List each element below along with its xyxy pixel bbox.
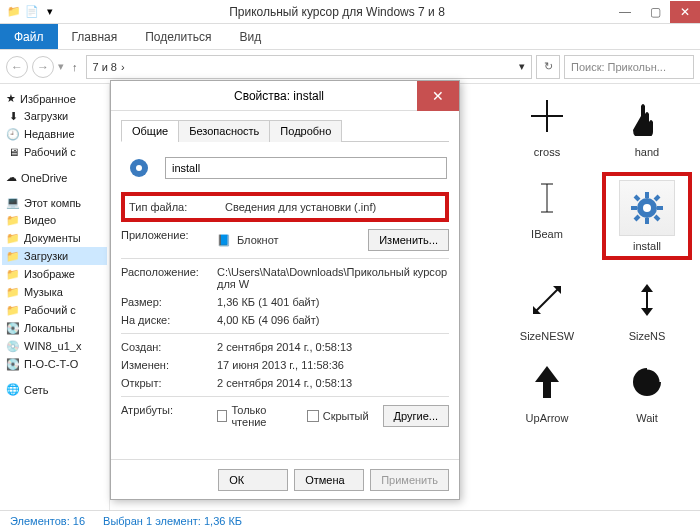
drive-icon: 💿 xyxy=(6,339,20,353)
cloud-icon: ☁ xyxy=(6,171,17,184)
chevron-right-icon: › xyxy=(121,61,125,73)
sidebar-item-downloads-pc[interactable]: 📁Загрузки xyxy=(2,247,107,265)
cancel-button[interactable]: Отмена xyxy=(294,469,364,491)
uparrow-cursor-icon xyxy=(527,362,567,402)
checkbox-hidden[interactable]: Скрытый xyxy=(307,410,369,422)
other-attributes-button[interactable]: Другие... xyxy=(383,405,449,427)
qat: 📁 📄 ▾ xyxy=(0,4,64,20)
file-hand[interactable]: hand xyxy=(602,90,692,158)
tab-file[interactable]: Файл xyxy=(0,24,58,49)
navbar: ← → ▾ ↑ 7 и 8 › ▾ ↻ Поиск: Прикольн... xyxy=(0,50,700,84)
drive-icon: 💽 xyxy=(6,321,20,335)
forward-button[interactable]: → xyxy=(32,56,54,78)
value-location: C:\Users\Nata\Downloads\Прикольный курсо… xyxy=(217,266,449,290)
label-created: Создан: xyxy=(121,341,217,353)
apply-button[interactable]: Применить xyxy=(370,469,449,491)
status-count: Элементов: 16 xyxy=(10,515,85,527)
sidebar: ★Избранное ⬇Загрузки 🕘Недавние 🖥Рабочий … xyxy=(0,84,110,510)
pc-icon: 💻 xyxy=(6,196,20,209)
sidebar-item-posto[interactable]: 💽П-О-С-Т-О xyxy=(2,355,107,373)
file-ibeam[interactable]: IBeam xyxy=(502,172,592,260)
tab-view[interactable]: Вид xyxy=(225,24,275,49)
svg-line-11 xyxy=(635,196,639,200)
sidebar-item-recent[interactable]: 🕘Недавние xyxy=(2,125,107,143)
value-modified: 17 июня 2013 г., 11:58:36 xyxy=(217,359,449,371)
ok-button[interactable]: ОК xyxy=(218,469,288,491)
label-opened: Открыт: xyxy=(121,377,217,389)
sidebar-item-documents[interactable]: 📁Документы xyxy=(2,229,107,247)
dialog-title: Свойства: install xyxy=(141,89,417,103)
desktop-icon: 🖥 xyxy=(6,145,20,159)
star-icon: ★ xyxy=(6,92,16,105)
sidebar-item-win8[interactable]: 💿WIN8_u1_x xyxy=(2,337,107,355)
sizens-cursor-icon xyxy=(627,280,667,320)
refresh-button[interactable]: ↻ xyxy=(536,55,560,79)
file-cross[interactable]: cross xyxy=(502,90,592,158)
history-drop-icon[interactable]: ▾ xyxy=(58,60,64,73)
folder-icon: 📁 xyxy=(6,285,20,299)
sidebar-favorites-header[interactable]: ★Избранное xyxy=(2,90,107,107)
maximize-button[interactable]: ▢ xyxy=(640,1,670,23)
sidebar-item-downloads[interactable]: ⬇Загрузки xyxy=(2,107,107,125)
ribbon: Файл Главная Поделиться Вид xyxy=(0,24,700,50)
breadcrumb[interactable]: 7 и 8 xyxy=(93,61,118,73)
folder-icon: 📁 xyxy=(6,213,20,227)
up-button[interactable]: ↑ xyxy=(68,61,82,73)
value-filetype: Сведения для установки (.inf) xyxy=(225,201,441,213)
hand-cursor-icon xyxy=(627,96,667,136)
label-app: Приложение: xyxy=(121,229,217,251)
filename-input[interactable] xyxy=(165,157,447,179)
value-size: 1,36 КБ (1 401 байт) xyxy=(217,296,449,308)
value-opened: 2 сентября 2014 г., 0:58:13 xyxy=(217,377,449,389)
statusbar: Элементов: 16 Выбран 1 элемент: 1,36 КБ xyxy=(0,510,700,530)
value-app: Блокнот xyxy=(237,234,279,246)
change-button[interactable]: Изменить... xyxy=(368,229,449,251)
minimize-button[interactable]: — xyxy=(610,1,640,23)
chevron-down-icon[interactable]: ▾ xyxy=(42,4,58,20)
search-input[interactable]: Поиск: Прикольн... xyxy=(564,55,694,79)
wait-cursor-icon xyxy=(627,362,667,402)
sidebar-network[interactable]: 🌐Сеть xyxy=(2,381,107,398)
close-button[interactable]: ✕ xyxy=(670,1,700,23)
highlight-filetype: Тип файла:Сведения для установки (.inf) xyxy=(121,192,449,222)
file-install[interactable]: install xyxy=(602,172,692,260)
new-icon[interactable]: 📄 xyxy=(24,4,40,20)
sidebar-onedrive[interactable]: ☁OneDrive xyxy=(2,169,107,186)
download-icon: ⬇ xyxy=(6,109,20,123)
sidebar-item-localdisk[interactable]: 💽Локальны xyxy=(2,319,107,337)
label-location: Расположение: xyxy=(121,266,217,290)
sidebar-item-desktop-pc[interactable]: 📁Рабочий с xyxy=(2,301,107,319)
file-sizens[interactable]: SizeNS xyxy=(602,274,692,342)
value-created: 2 сентября 2014 г., 0:58:13 xyxy=(217,341,449,353)
tab-general[interactable]: Общие xyxy=(121,120,179,142)
svg-line-15 xyxy=(535,288,559,312)
back-button[interactable]: ← xyxy=(6,56,28,78)
svg-point-24 xyxy=(136,165,142,171)
sidebar-thispc-header[interactable]: 💻Этот компь xyxy=(2,194,107,211)
tab-details[interactable]: Подробно xyxy=(269,120,342,142)
tab-security[interactable]: Безопасность xyxy=(178,120,270,142)
addr-drop-icon[interactable]: ▾ xyxy=(519,60,525,73)
sidebar-item-pictures[interactable]: 📁Изображе xyxy=(2,265,107,283)
svg-line-12 xyxy=(655,216,659,220)
window-titlebar: 📁 📄 ▾ Прикольный курсор для Windows 7 и … xyxy=(0,0,700,24)
label-disk: На диске: xyxy=(121,314,217,326)
file-sizenesw[interactable]: SizeNESW xyxy=(502,274,592,342)
folder-icon: 📁 xyxy=(6,267,20,281)
file-uparrow[interactable]: UpArrow xyxy=(502,356,592,424)
dialog-close-button[interactable]: ✕ xyxy=(417,81,459,111)
gear-icon xyxy=(629,190,665,226)
sidebar-item-desktop[interactable]: 🖥Рабочий с xyxy=(2,143,107,161)
svg-marker-19 xyxy=(641,284,653,292)
svg-point-6 xyxy=(643,204,651,212)
properties-dialog: Свойства: install ✕ Общие Безопасность П… xyxy=(110,80,460,500)
tab-home[interactable]: Главная xyxy=(58,24,132,49)
address-bar[interactable]: 7 и 8 › ▾ xyxy=(86,55,533,79)
cross-cursor-icon xyxy=(527,96,567,136)
tab-share[interactable]: Поделиться xyxy=(131,24,225,49)
svg-marker-21 xyxy=(535,366,559,398)
sidebar-item-music[interactable]: 📁Музыка xyxy=(2,283,107,301)
sidebar-item-video[interactable]: 📁Видео xyxy=(2,211,107,229)
checkbox-readonly[interactable]: Только чтение xyxy=(217,404,293,428)
file-wait[interactable]: Wait xyxy=(602,356,692,424)
